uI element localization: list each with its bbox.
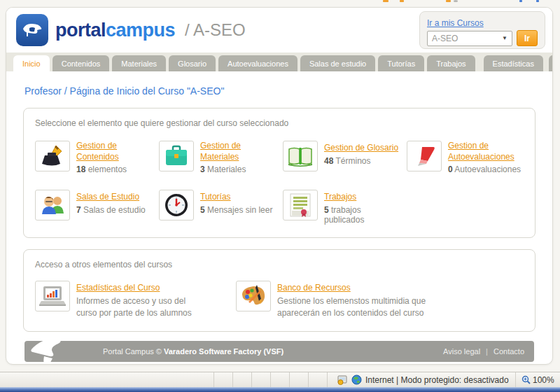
people-icon — [35, 190, 70, 220]
count-number: 3 — [200, 164, 205, 174]
item-gestion-autoevaluaciones: Gestion de Autoevaluaciones 0 Autoevalua… — [407, 141, 524, 174]
tab-autoevaluaciones[interactable]: Autoevaluaciones — [218, 55, 298, 71]
zoom-magnifier-icon — [522, 375, 531, 384]
tutorias-count: 5 Mensajes sin leer — [200, 205, 272, 215]
salas-de-estudio-link[interactable]: Salas de Estudio — [76, 192, 139, 203]
ink-pen-icon — [35, 141, 70, 172]
count-number: 0 — [448, 164, 453, 174]
banco-description: Gestione los elemenstos multimidia que a… — [277, 295, 445, 318]
clipped-text-fragment — [383, 0, 388, 2]
contenidos-count: 18 elementos — [76, 164, 152, 174]
count-label: trabajos publicados — [324, 205, 364, 225]
materiales-count: 3 Materiales — [200, 164, 276, 174]
status-bar-cell — [232, 372, 251, 387]
item-gestion-glosario: Gestion de Glosario 48 Términos — [283, 141, 400, 174]
tab-tutorias[interactable]: Tutorías — [378, 55, 424, 71]
security-zone-text: Internet | Modo protegido: desactivado — [365, 375, 509, 385]
site-header: portalcampus / A-SEO Ir a mis Cursos A-S… — [6, 8, 552, 52]
chevron-down-icon: ▼ — [502, 35, 507, 41]
course-selector-box: Ir a mis Cursos A-SEO ▼ Ir — [419, 11, 545, 49]
footer-link-separator: | — [486, 347, 488, 356]
item-salas-de-estudio: Salas de Estudio 7 Salas de estudio — [35, 190, 152, 225]
protected-mode-icon — [337, 375, 348, 385]
graduation-cap-icon — [16, 14, 48, 46]
go-to-courses-link[interactable]: Ir a mis Cursos — [427, 18, 484, 28]
count-number: 18 — [76, 164, 85, 174]
footer-copyright: Portal Campus © Varadero Software Factor… — [103, 347, 284, 356]
salas-count: 7 Salas de estudio — [76, 205, 146, 215]
tab-glosario[interactable]: Glosario — [169, 55, 216, 71]
main-content: Profesor / Página de Inicio del Curso "A… — [6, 71, 552, 332]
footer-cap-logo-icon — [29, 335, 78, 365]
gestion-contenidos-link[interactable]: Gestion de Contenidos — [76, 141, 152, 162]
palette-icon — [236, 281, 271, 312]
briefcase-icon — [159, 141, 194, 172]
tab-inicio[interactable]: Inicio — [13, 55, 50, 71]
page-title: Profesor / Página de Inicio del Curso "A… — [24, 85, 536, 97]
marker-icon — [407, 141, 442, 172]
zoom-control[interactable]: 100% — [515, 372, 560, 387]
manage-box-intro: Seleccione el elemento que quiere gestio… — [35, 118, 524, 128]
count-label: Materiales — [205, 164, 246, 174]
security-zone-section: Internet | Modo protegido: desactivado — [327, 372, 515, 387]
window-bottom-edge — [0, 387, 560, 392]
tab-bar: Inicio Contenidos Materiales Glosario Au… — [6, 52, 552, 71]
count-label: elementos — [85, 164, 127, 174]
gestion-autoevaluaciones-link[interactable]: Gestion de Autoevaluaciones — [448, 141, 524, 162]
tab-salas-de-estudio[interactable]: Salas de estudio — [300, 55, 375, 71]
count-number: 5 — [200, 205, 205, 215]
tab-estadisticas[interactable]: Estadísticas — [484, 55, 543, 71]
logo-part-campus: campus — [106, 20, 175, 41]
estadisticas-curso-link[interactable]: Estadísticas del Curso — [76, 283, 160, 294]
item-tutorias: Tutorías 5 Mensajes sin leer — [159, 190, 276, 225]
tab-contenidos[interactable]: Contenidos — [52, 55, 110, 71]
clipped-text-fragment — [536, 0, 539, 2]
trabajos-link[interactable]: Trabajos — [324, 192, 356, 203]
laptop-chart-icon — [35, 281, 70, 312]
tab-trabajos[interactable]: Trabajos — [427, 55, 475, 71]
clock-icon — [159, 190, 194, 220]
manage-elements-box: Seleccione el elemento que quiere gestio… — [23, 108, 536, 238]
go-button[interactable]: Ir — [517, 30, 538, 46]
clipped-text-fragment — [400, 0, 404, 2]
course-breadcrumb: / A-SEO — [185, 20, 246, 40]
portalcampus-logo[interactable]: portalcampus / A-SEO — [16, 14, 246, 46]
item-trabajos: Trabajos 5 trabajos publicados — [283, 190, 400, 225]
item-banco-recursos: Banco de Recursos Gestione los elemensto… — [236, 281, 460, 318]
document-seal-icon — [283, 190, 318, 220]
other-elements-box: Acceso a otros elementos del cursos — [23, 249, 536, 332]
access-box-intro: Acceso a otros elementos del cursos — [35, 260, 524, 270]
tutorias-link[interactable]: Tutorías — [200, 192, 231, 203]
gestion-glosario-link[interactable]: Gestion de Glosario — [324, 143, 398, 154]
tab-banco-recursos[interactable]: Banco R. — [549, 55, 553, 71]
item-estadisticas-curso: Estadísticas del Curso Informes de acces… — [35, 281, 206, 318]
count-label: Mensajes sin leer — [205, 205, 273, 215]
contacto-link[interactable]: Contacto — [493, 347, 524, 356]
copyright-prefix: Portal Campus © — [103, 347, 164, 356]
logo-wordmark: portalcampus — [55, 20, 175, 41]
browser-status-bar: Internet | Modo protegido: desactivado 1… — [0, 372, 560, 387]
status-bar-cell — [214, 372, 232, 387]
gestion-materiales-link[interactable]: Gestion de Materiales — [200, 141, 276, 162]
glosario-count: 48 Términos — [324, 156, 398, 166]
site-footer: Portal Campus © Varadero Software Factor… — [24, 341, 534, 362]
count-number: 48 — [324, 156, 333, 166]
clipped-text-fragment — [519, 0, 522, 2]
status-bar-cell — [251, 372, 270, 387]
count-number: 5 — [324, 205, 329, 215]
banco-recursos-link[interactable]: Banco de Recursos — [277, 283, 351, 294]
zoom-level-text: 100% — [533, 375, 554, 385]
clipped-user-bar — [0, 0, 560, 3]
course-dropdown[interactable]: A-SEO ▼ — [427, 31, 512, 46]
internet-globe-icon — [351, 374, 362, 385]
tab-materiales[interactable]: Materiales — [112, 55, 166, 71]
aviso-legal-link[interactable]: Aviso legal — [443, 347, 480, 356]
clipped-text-fragment — [446, 0, 451, 2]
clipped-icon-fragment — [454, 0, 458, 2]
status-bar-cell — [270, 372, 289, 387]
count-label: Salas de estudio — [81, 205, 146, 215]
status-bar-cell — [289, 372, 308, 387]
portal-main-panel: portalcampus / A-SEO Ir a mis Cursos A-S… — [6, 7, 553, 365]
status-bar-empty-region — [0, 372, 214, 387]
browser-viewport: { "header": { "logo_part1": "portal", "l… — [0, 0, 560, 392]
